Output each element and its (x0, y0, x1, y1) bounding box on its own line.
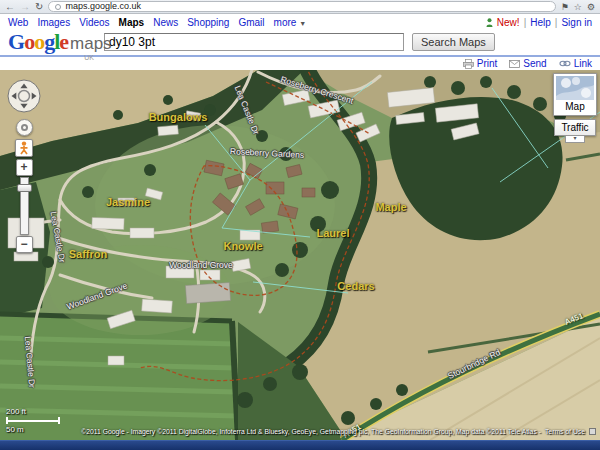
copyright-text: ©2011 Google - Imagery ©2011 DigitalGlob… (81, 428, 541, 435)
pegman-icon (19, 141, 29, 155)
map-type-button[interactable]: Map (553, 73, 597, 116)
scale-imperial: 200 ft (6, 407, 60, 416)
logo-maps-text: maps (70, 34, 112, 53)
zoom-slider[interactable] (20, 177, 29, 235)
signin-link[interactable]: Sign in (561, 17, 592, 28)
nav-link-maps[interactable]: Maps (119, 17, 145, 28)
attribution-box-icon (589, 428, 596, 435)
link-link[interactable]: Link (559, 58, 592, 69)
person-icon (486, 18, 493, 27)
back-icon[interactable]: ← (5, 2, 15, 12)
traffic-button[interactable]: Traffic (554, 119, 596, 136)
scale-metric: 50 m (6, 425, 60, 434)
browser-toolbar: ← → ↻ maps.google.co.uk ⚑ ☆ ⚙ (0, 0, 600, 14)
map-type-control: Map Traffic ▾ (552, 73, 598, 143)
account-links: New! | Help | Sign in (486, 17, 592, 28)
zoom-slider-handle[interactable] (17, 184, 32, 192)
scale-control: 200 ft 50 m (6, 407, 60, 434)
nav-link-more[interactable]: more ▼ (274, 17, 307, 28)
map-attribution: ©2011 Google - Imagery ©2011 DigitalGlob… (81, 428, 596, 435)
reload-icon[interactable]: ↻ (35, 2, 43, 12)
site-icon (55, 4, 61, 10)
return-to-result-button[interactable] (16, 119, 33, 136)
zoom-in-button[interactable]: + (16, 159, 33, 176)
new-link[interactable]: New! (497, 17, 520, 28)
separator: | (524, 17, 527, 28)
nav-link-videos[interactable]: Videos (79, 17, 109, 28)
send-link[interactable]: Send (509, 58, 546, 69)
map-viewport[interactable]: BungalowsRoseberry CrescentLea Castle Dr… (0, 70, 600, 440)
forward-icon[interactable]: → (20, 2, 30, 12)
pan-control[interactable] (6, 78, 42, 114)
address-bar[interactable]: maps.google.co.uk (48, 1, 555, 12)
nav-link-news[interactable]: News (153, 17, 178, 28)
map-preview-thumbnail (556, 76, 594, 100)
scale-bar (6, 417, 60, 424)
chevron-down-icon: ▼ (299, 20, 306, 27)
printer-icon (463, 59, 474, 69)
google-header: WebImagesVideosMapsNewsShoppingGmailmore… (0, 14, 600, 55)
nav-link-gmail[interactable]: Gmail (238, 17, 264, 28)
separator: | (555, 17, 558, 28)
print-link[interactable]: Print (463, 58, 498, 69)
nav-link-web[interactable]: Web (8, 17, 28, 28)
url-text: maps.google.co.uk (65, 2, 141, 11)
terms-of-use-link[interactable]: Terms of Use (545, 428, 585, 435)
star-icon[interactable]: ☆ (574, 2, 582, 12)
flag-icon[interactable]: ⚑ (561, 2, 569, 12)
expand-layers-tab[interactable]: ▾ (565, 136, 585, 143)
nav-link-images[interactable]: Images (37, 17, 70, 28)
zoom-out-button[interactable]: − (16, 236, 33, 253)
chain-icon (559, 60, 571, 67)
wrench-icon[interactable]: ⚙ (587, 2, 595, 12)
envelope-icon (509, 60, 520, 68)
search-input[interactable] (104, 33, 404, 51)
search-maps-button[interactable]: Search Maps (412, 33, 495, 51)
logo-uk-text: UK (84, 54, 94, 61)
pegman-streetview-control[interactable] (15, 139, 33, 157)
satellite-imagery[interactable] (0, 70, 600, 440)
nav-link-shopping[interactable]: Shopping (187, 17, 229, 28)
map-type-label: Map (556, 100, 594, 113)
map-navigation-control: + − (6, 78, 42, 253)
help-link[interactable]: Help (530, 17, 551, 28)
chevron-down-icon: ▾ (573, 135, 576, 141)
google-maps-logo: Googlemaps UK (8, 29, 96, 55)
bottom-taskbar-strip (0, 440, 600, 450)
